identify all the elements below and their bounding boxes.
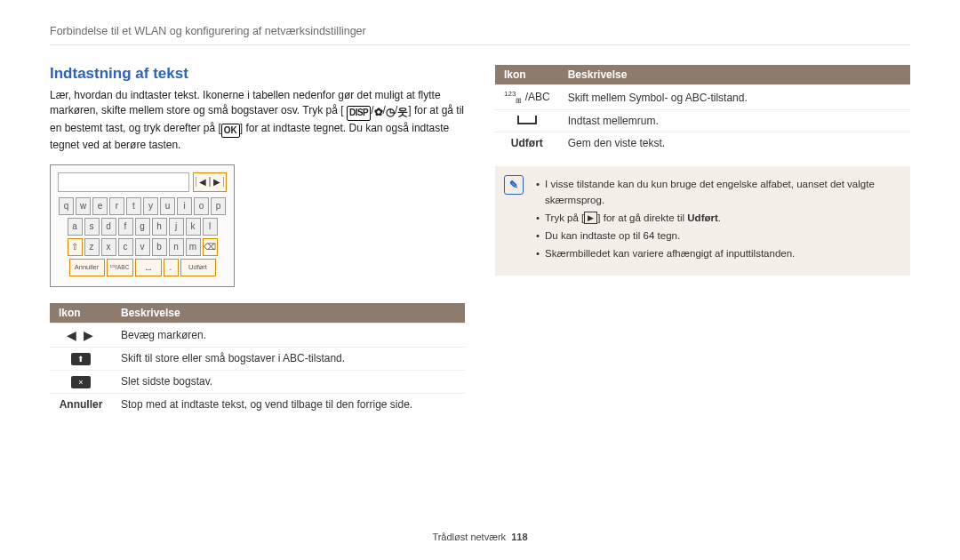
key-d[interactable]: d bbox=[101, 218, 116, 236]
done-label-icon: Udført bbox=[511, 137, 543, 149]
right-column: Ikon Beskrivelse 123⊞ /ABC Skift mellem … bbox=[495, 65, 910, 415]
arrows-icon: ◀ ▶ bbox=[67, 328, 95, 342]
page-footer: Trådløst netværk 118 bbox=[0, 532, 960, 542]
key-j[interactable]: j bbox=[169, 218, 184, 236]
note-line: I visse tilstande kan du kun bruge det e… bbox=[536, 177, 898, 208]
key-backspace[interactable]: ⌫ bbox=[203, 238, 218, 256]
key-space[interactable]: ⎵ bbox=[135, 259, 162, 276]
row-desc: Skift mellem Symbol- og ABC-tilstand. bbox=[559, 85, 910, 110]
icon-table-right: Ikon Beskrivelse 123⊞ /ABC Skift mellem … bbox=[495, 65, 910, 154]
key-r[interactable]: r bbox=[109, 197, 124, 215]
th-desc: Beskrivelse bbox=[112, 303, 465, 324]
note-text: Tryk på [ bbox=[545, 212, 584, 223]
key-o[interactable]: o bbox=[194, 197, 209, 215]
row-desc: Stop med at indtaste tekst, og vend tilb… bbox=[112, 393, 465, 415]
key-p[interactable]: p bbox=[211, 197, 226, 215]
section-title: Indtastning af tekst bbox=[50, 65, 465, 83]
note-line: Du kan indtaste op til 64 tegn. bbox=[536, 228, 898, 244]
key-z[interactable]: z bbox=[84, 238, 100, 256]
cursor-left-icon[interactable]: ◀ bbox=[196, 177, 210, 187]
note-box: ✎ I visse tilstande kan du kun bruge det… bbox=[495, 166, 910, 275]
key-mode-toggle[interactable]: ¹²³/ABC bbox=[107, 259, 133, 276]
onscreen-keyboard: ◀▶ q w e r t y u i o p a s bbox=[50, 164, 235, 287]
key-a[interactable]: a bbox=[68, 218, 83, 236]
key-cancel[interactable]: Annuller bbox=[69, 259, 105, 276]
key-q[interactable]: q bbox=[59, 197, 74, 215]
disp-icon: DISP bbox=[347, 106, 371, 121]
person-icon: 웃 bbox=[397, 105, 408, 120]
row-desc: Bevæg markøren. bbox=[112, 323, 465, 347]
key-s[interactable]: s bbox=[84, 218, 100, 236]
macro-icon: ✿ bbox=[374, 105, 383, 120]
table-row: 123⊞ /ABC Skift mellem Symbol- og ABC-ti… bbox=[495, 85, 910, 110]
shift-icon: ⬆ bbox=[71, 353, 91, 365]
key-x[interactable]: x bbox=[101, 238, 116, 256]
keyboard-text-field[interactable] bbox=[58, 172, 189, 192]
key-dot[interactable]: . bbox=[164, 259, 179, 276]
footer-page-number: 118 bbox=[511, 532, 527, 542]
key-t[interactable]: t bbox=[126, 197, 141, 215]
key-i[interactable]: i bbox=[177, 197, 192, 215]
key-u[interactable]: u bbox=[160, 197, 175, 215]
row-desc: Slet sidste bogstav. bbox=[112, 370, 465, 393]
note-text: ] for at gå direkte til bbox=[597, 212, 687, 223]
table-row: Annuller Stop med at indtaste tekst, og … bbox=[50, 393, 465, 415]
table-row: ⬆ Skift til store eller små bogstaver i … bbox=[50, 347, 465, 370]
footer-section-label: Trådløst netværk bbox=[432, 532, 506, 542]
key-c[interactable]: c bbox=[118, 238, 133, 256]
note-bold: Udført bbox=[687, 212, 718, 223]
key-l[interactable]: l bbox=[203, 218, 218, 236]
key-e[interactable]: e bbox=[92, 197, 108, 215]
cancel-label-icon: Annuller bbox=[60, 398, 103, 411]
key-k[interactable]: k bbox=[186, 218, 201, 236]
key-f[interactable]: f bbox=[118, 218, 133, 236]
key-done[interactable]: Udført bbox=[180, 259, 216, 276]
table-row: Indtast mellemrum. bbox=[495, 110, 910, 132]
key-w[interactable]: w bbox=[76, 197, 91, 215]
breadcrumb: Forbindelse til et WLAN og konfigurering… bbox=[50, 25, 910, 45]
play-button-icon: ▶ bbox=[584, 212, 597, 224]
ok-icon: OK bbox=[221, 124, 240, 139]
row-desc: Gem den viste tekst. bbox=[559, 132, 910, 155]
key-shift[interactable]: ⇧ bbox=[68, 238, 83, 256]
table-row: × Slet sidste bogstav. bbox=[50, 370, 465, 393]
table-row: Udført Gem den viste tekst. bbox=[495, 132, 910, 155]
keyboard-cursor-nav[interactable]: ◀▶ bbox=[193, 172, 227, 192]
row-desc: Indtast mellemrum. bbox=[559, 110, 910, 132]
row-desc: Skift til store eller små bogstaver i AB… bbox=[112, 347, 465, 370]
key-y[interactable]: y bbox=[143, 197, 158, 215]
cursor-right-icon[interactable]: ▶ bbox=[210, 177, 224, 187]
note-icon: ✎ bbox=[504, 175, 524, 195]
th-icon: Ikon bbox=[50, 303, 112, 324]
left-column: Indtastning af tekst Lær, hvordan du ind… bbox=[50, 65, 465, 415]
key-h[interactable]: h bbox=[152, 218, 167, 236]
icon-table-left: Ikon Beskrivelse ◀ ▶ Bevæg markøren. ⬆ S… bbox=[50, 303, 465, 415]
note-line: Tryk på [▶] for at gå direkte til Udført… bbox=[536, 211, 898, 226]
note-text: . bbox=[718, 212, 721, 223]
intro-paragraph: Lær, hvordan du indtaster tekst. Ikonern… bbox=[50, 88, 465, 154]
key-m[interactable]: m bbox=[186, 238, 201, 256]
key-b[interactable]: b bbox=[152, 238, 167, 256]
backspace-icon: × bbox=[71, 376, 91, 388]
key-v[interactable]: v bbox=[135, 238, 150, 256]
key-n[interactable]: n bbox=[169, 238, 184, 256]
key-g[interactable]: g bbox=[135, 218, 150, 236]
sym-abc-icon: 123⊞ /ABC bbox=[504, 91, 550, 103]
th-icon: Ikon bbox=[495, 65, 559, 85]
table-row: ◀ ▶ Bevæg markøren. bbox=[50, 323, 465, 347]
note-line: Skærmbilledet kan variere afhængigt af i… bbox=[536, 246, 898, 261]
timer-icon: ◷ bbox=[386, 105, 395, 120]
space-icon bbox=[517, 116, 537, 124]
th-desc: Beskrivelse bbox=[559, 65, 910, 85]
